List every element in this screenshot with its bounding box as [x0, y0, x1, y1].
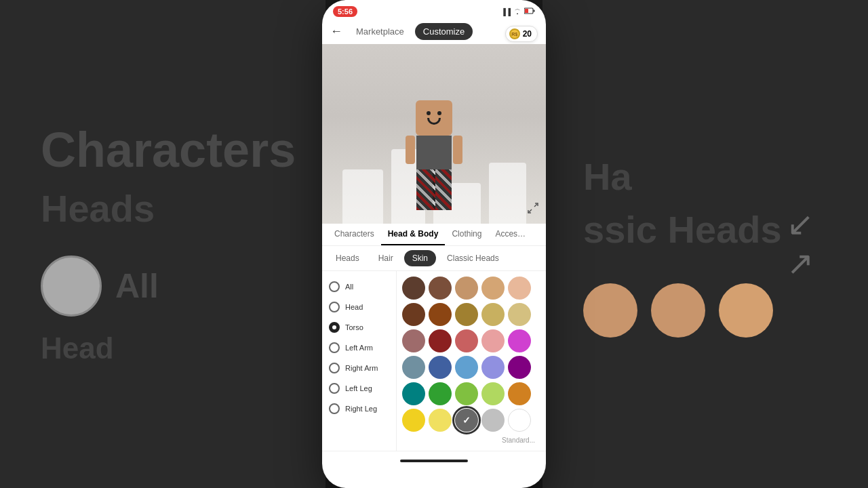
body-part-right-arm[interactable]: Right Arm [322, 358, 396, 378]
section-label: Standard... [402, 435, 540, 445]
color-swatch[interactable] [429, 356, 452, 379]
selected-checkmark: ✓ [455, 409, 478, 432]
body-part-torso[interactable]: Torso [322, 317, 396, 338]
color-row-3 [402, 329, 540, 352]
color-swatch[interactable] [481, 303, 505, 326]
body-part-right-leg-label: Right Leg [345, 405, 377, 413]
color-swatch[interactable] [429, 277, 452, 300]
category-tabs: Characters Head & Body Clothing Acces… [322, 224, 546, 246]
color-swatch[interactable] [429, 329, 452, 352]
subtab-heads[interactable]: Heads [328, 250, 368, 266]
avatar-mouth [427, 118, 441, 125]
body-part-right-arm-label: Right Arm [345, 364, 378, 372]
tab-marketplace[interactable]: Marketplace [348, 23, 412, 40]
body-part-left-arm-label: Left Arm [345, 344, 373, 352]
color-swatch[interactable] [508, 329, 531, 352]
body-part-all[interactable]: All [322, 277, 396, 297]
color-swatch[interactable] [508, 277, 531, 300]
coins-amount: 20 [523, 29, 532, 39]
color-swatch[interactable] [508, 382, 531, 405]
color-swatch[interactable] [481, 329, 505, 352]
body-part-head-label: Head [345, 303, 363, 311]
color-swatch[interactable] [429, 382, 452, 405]
color-swatch[interactable] [455, 329, 478, 352]
color-swatch[interactable] [455, 382, 478, 405]
color-swatch[interactable] [402, 356, 425, 379]
bg-circle-skin-3 [719, 283, 773, 338]
wifi-icon [513, 7, 521, 16]
status-bar: 5:56 ▐▐ [322, 0, 546, 19]
color-swatch[interactable] [481, 409, 505, 432]
coin-icon: R$ [509, 28, 520, 39]
body-part-left-arm[interactable]: Left Arm [322, 338, 396, 358]
color-swatch[interactable] [402, 277, 425, 300]
tab-characters[interactable]: Characters [328, 224, 381, 245]
body-part-left-leg-label: Left Leg [345, 384, 372, 392]
color-swatch[interactable] [402, 409, 425, 432]
color-swatch[interactable] [455, 303, 478, 326]
bg-ha-text: Ha [583, 150, 827, 203]
signal-icon: ▐▐ [501, 8, 511, 16]
color-swatch[interactable] [481, 382, 505, 405]
body-part-head[interactable]: Head [322, 297, 396, 317]
avatar-pants [416, 169, 452, 210]
color-swatch[interactable] [455, 277, 478, 300]
color-swatch[interactable] [402, 382, 425, 405]
avatar-viewport [322, 44, 546, 224]
bg-circle-1 [41, 256, 102, 317]
avatar-eye-right [437, 111, 441, 115]
svg-rect-1 [525, 9, 528, 13]
battery-icon [524, 7, 535, 16]
body-parts-panel: All Head Torso Left Arm Right Arm Left L… [322, 271, 397, 451]
radio-right-arm [329, 363, 340, 373]
body-part-right-leg[interactable]: Right Leg [322, 399, 396, 419]
radio-right-leg [329, 403, 340, 414]
color-swatch[interactable] [508, 356, 531, 379]
body-part-left-leg[interactable]: Left Leg [322, 378, 396, 399]
color-swatch[interactable] [481, 277, 505, 300]
bottom-bar [322, 451, 546, 470]
bg-circle-skin-1 [583, 283, 637, 338]
color-swatch-white[interactable] [508, 409, 531, 432]
color-row-2 [402, 303, 540, 326]
color-swatch-selected[interactable]: ✓ [455, 409, 478, 432]
tab-customize[interactable]: Customize [415, 23, 473, 40]
tab-clothing[interactable]: Clothing [445, 224, 488, 245]
subtab-skin[interactable]: Skin [404, 250, 436, 266]
phone-container: 5:56 ▐▐ ← Marketplace Customize R$ 20 [322, 0, 546, 488]
bg-all-text: All [115, 264, 159, 308]
avatar-left-arm [406, 136, 415, 164]
color-swatch[interactable] [508, 303, 531, 326]
radio-left-leg [329, 383, 340, 394]
color-swatch[interactable] [429, 409, 452, 432]
svg-rect-2 [534, 10, 535, 12]
color-swatch[interactable] [402, 303, 425, 326]
avatar-eye-left [427, 111, 431, 115]
color-swatch[interactable] [481, 356, 505, 379]
color-swatch[interactable] [455, 356, 478, 379]
avatar-right-leg [435, 169, 452, 210]
color-row-4 [402, 356, 540, 379]
subtab-classic-heads[interactable]: Classic Heads [439, 250, 507, 266]
bg-heads-text: Heads [41, 182, 285, 235]
tab-head-body[interactable]: Head & Body [381, 224, 446, 245]
color-swatch[interactable] [429, 303, 452, 326]
bg-circle-skin-2 [651, 283, 705, 338]
background-right: Ha ssic Heads [542, 0, 868, 488]
subtab-hair[interactable]: Hair [370, 250, 401, 266]
background-left: Characters Heads All Head [0, 0, 326, 488]
avatar-face [427, 111, 441, 125]
body-part-all-label: All [345, 283, 353, 291]
radio-head [329, 302, 340, 312]
avatar-figure [416, 100, 452, 210]
sub-tabs: Heads Hair Skin Classic Heads [322, 246, 546, 271]
color-swatch[interactable] [402, 329, 425, 352]
expand-icon[interactable] [527, 202, 539, 217]
back-button[interactable]: ← [330, 24, 342, 39]
color-row-5 [402, 382, 540, 405]
home-indicator [400, 460, 468, 462]
coins-badge: R$ 20 [505, 26, 538, 42]
radio-torso [329, 322, 340, 333]
avatar-body-wrapper [416, 136, 452, 169]
tab-accessories[interactable]: Acces… [488, 224, 532, 245]
